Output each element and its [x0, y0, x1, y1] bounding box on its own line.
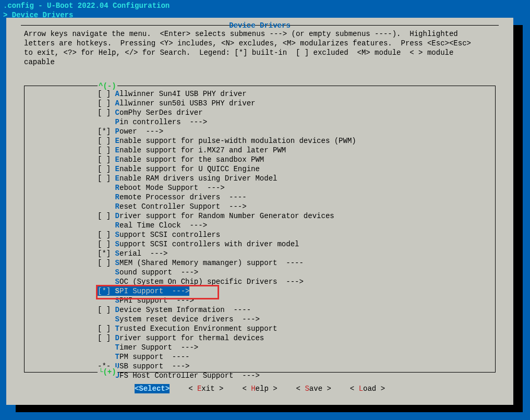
window-title: .config - U-Boot 2022.04 Configuration	[0, 0, 530, 10]
exit-button[interactable]: < Exit >	[188, 384, 223, 393]
menu-item[interactable]: Timer Support --->	[25, 343, 495, 352]
help-button[interactable]: < Help >	[242, 384, 277, 393]
menu-item[interactable]: [ ] Support SCSI controllers with driver…	[25, 239, 495, 249]
menu-item[interactable]: [ ] Enable support for the sandbox PWM	[25, 155, 495, 164]
menu-item[interactable]: System reset device drivers --->	[25, 315, 495, 324]
menu-item[interactable]: [*] Serial --->	[25, 249, 495, 258]
menu-item[interactable]: TPM support ----	[25, 352, 495, 362]
scroll-down-indicator[interactable]: └(+)	[98, 367, 117, 377]
menu-item[interactable]: Reboot Mode Support --->	[25, 183, 495, 193]
menu-item[interactable]: UFS Host Controller Support --->	[25, 371, 495, 380]
select-button[interactable]: <Select>	[135, 384, 170, 393]
menu-item[interactable]: Remote Processor drivers ----	[25, 193, 495, 202]
menu-item[interactable]: [ ] Driver support for thermal devices	[25, 333, 495, 343]
menu-item[interactable]: [ ] Enable support for pulse-width modul…	[25, 136, 495, 146]
menu-item[interactable]: Real Time Clock --->	[25, 221, 495, 230]
menu-item[interactable]: [ ] Support SCSI controllers	[25, 230, 495, 239]
menu-item[interactable]: -*- USB support --->	[25, 362, 495, 371]
menu-item[interactable]: [ ] Enable support for U QUICC Engine	[25, 164, 495, 174]
menu-item[interactable]: SOC (System On Chip) specific Drivers --…	[25, 277, 495, 286]
menu-item[interactable]: [ ] ComPhy SerDes driver	[25, 108, 495, 117]
button-bar: <Select>< Exit >< Help >< Save >< Load >	[6, 384, 513, 393]
menu-item[interactable]: [ ] Allwinner sun50i USB3 PHY driver	[25, 99, 495, 108]
menu-item[interactable]: [*] Power --->	[25, 127, 495, 136]
menu-item[interactable]: [ ] Driver support for Random Number Gen…	[25, 211, 495, 221]
menu-item[interactable]: [ ] Device System Information ----	[25, 305, 495, 315]
load-button[interactable]: < Load >	[350, 384, 385, 393]
save-button[interactable]: < Save >	[296, 384, 331, 393]
menu-item[interactable]: Sound support --->	[25, 268, 495, 277]
menu-item[interactable]: [*] SPI Support --->	[25, 286, 495, 296]
main-panel: Device Drivers Arrow keys navigate the m…	[6, 18, 513, 405]
menu-item[interactable]: [ ] Trusted Execution Environment suppor…	[25, 324, 495, 333]
instructions: Arrow keys navigate the menu. <Enter> se…	[24, 29, 496, 67]
menu-item[interactable]: Pin controllers --->	[25, 117, 495, 127]
menu-item[interactable]: [ ] Allwinner Sun4I USB PHY driver	[25, 89, 495, 99]
menu-item[interactable]: SPMI support --->	[25, 296, 495, 305]
menu-item[interactable]: [ ] Enable RAM drivers using Driver Mode…	[25, 174, 495, 183]
menu-item[interactable]: [ ] Enable support for i.MX27 and later …	[25, 146, 495, 155]
menu-item[interactable]: [ ] SMEM (Shared Memory mamanger) suppor…	[25, 258, 495, 268]
menu-listbox[interactable]: ^(-) [ ] Allwinner Sun4I USB PHY driver[…	[24, 86, 496, 373]
menu-item[interactable]: Reset Controller Support --->	[25, 202, 495, 211]
